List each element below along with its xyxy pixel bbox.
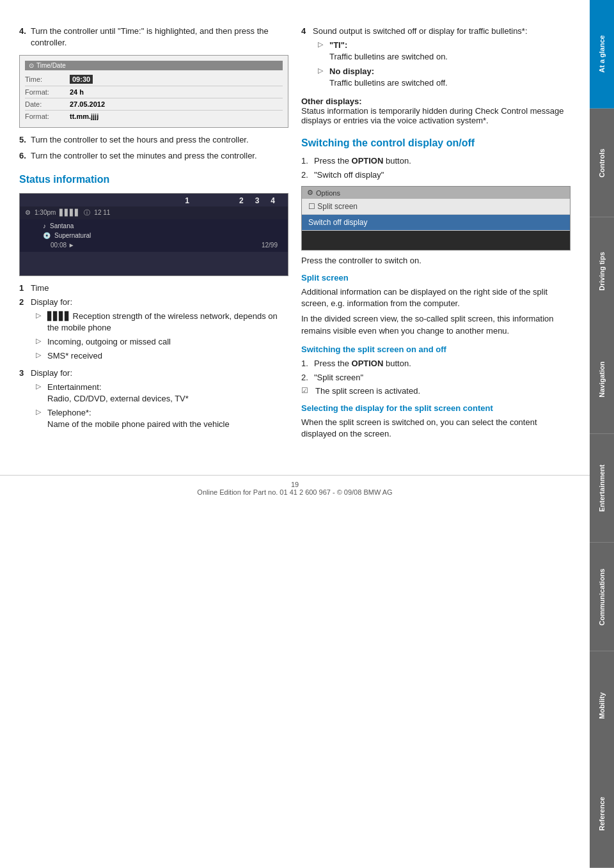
music-icon: ♪ [43,222,46,229]
num-2: 2 [239,196,244,205]
item2-num: 2 [19,297,28,365]
music-area: ♪ Santana 💿 Supernatural 00:08 ► 12/99 [20,219,288,252]
bullet-ti: ▷ "TI":Traffic bulletins are switched on… [313,40,528,63]
tab-controls[interactable]: Controls [590,109,614,217]
item3-content: Display for: ▷ Entertainment:Radio, CD/D… [31,368,230,433]
item1-num: 1 [19,283,28,294]
bullet-entertainment-text: Entertainment:Radio, CD/DVD, external de… [47,382,189,405]
left-column: 4. Turn the controller until "Time:" is … [19,26,288,443]
arrow-icon-4: ▷ [36,382,43,405]
main-content: 4. Turn the controller until "Time:" is … [0,0,590,462]
options-screen-bottom [302,231,570,250]
bullet-no-display: ▷ No display:Traffic bulletins are switc… [313,66,528,89]
switching-split-steps: 1. Press the OPTION button. 2. "Split sc… [301,358,571,384]
bullet-sms-text: SMS* received [47,350,102,362]
item3-label: Display for: [31,368,72,378]
switching-split-heading: Switching the split screen on and off [301,345,571,354]
right-item4-bullets: ▷ "TI":Traffic bulletins are switched on… [313,40,528,89]
screen-row-date: Date: 27.05.2012 [25,98,283,111]
status-info-heading: Status information [19,173,288,187]
control-step1-num: 1. [301,155,310,167]
other-displays-section: Other displays: Status information is te… [301,97,571,125]
arrow-icon-no-display: ▷ [318,66,326,89]
cd-icon: 💿 [43,232,51,239]
footer-text: Online Edition for Part no. 01 41 2 600 … [197,488,392,496]
step4-num: 4. [19,26,28,49]
right-item4-text: Sound output is switched off or display … [313,26,528,36]
bullet-calls-text: Incoming, outgoing or missed call [47,336,171,348]
num-3: 3 [255,196,260,205]
page-number: 19 [291,481,299,488]
gear-icon: ⚙ [25,209,31,216]
control-step-2: 2. "Switch off display" [301,169,571,181]
tab-bar: At a glance Controls Driving tips Naviga… [590,0,614,868]
step6-text: Turn the controller to set the minutes a… [31,150,257,162]
right-item4-content: Sound output is switched off or display … [313,26,528,91]
clock-icon: ⊙ [29,62,34,69]
control-step2-num: 2. [301,169,310,181]
control-step2-text: "Switch off display" [314,169,384,181]
bullet-calls: ▷ Incoming, outgoing or missed call [31,336,288,348]
selecting-display-text: When the split screen is switched on, yo… [301,417,571,440]
status-screen: 1 2 3 4 ⚙ 1:30pm ▋▋▋▋ ⓘ 12 11 ♪ Santana [19,193,288,276]
tab-communications[interactable]: Communications [590,543,614,651]
press-controller-label: Press the controller to switch on. [301,256,421,265]
tab-driving-tips[interactable]: Driving tips [590,217,614,326]
options-item-split[interactable]: ☐ Split screen [302,199,570,215]
format2-value: tt.mm.jjjj [70,112,98,120]
arrow-icon-ti: ▷ [318,40,326,63]
bullet-entertainment: ▷ Entertainment:Radio, CD/DVD, external … [31,382,230,405]
options-item-switch-off[interactable]: Switch off display [302,215,570,231]
bullet-telephone-text: Telephone*:Name of the mobile phone pair… [47,407,230,430]
tab-mobility[interactable]: Mobility [590,651,614,760]
step5-num: 5. [19,134,28,146]
tab-reference[interactable]: Reference [590,759,614,868]
tab-at-a-glance[interactable]: At a glance [590,0,614,109]
screen-row-format2: Format: tt.mm.jjjj [25,111,283,122]
options-screen: ⚙ Options ☐ Split screen Switch off disp… [301,186,571,251]
right-column: 4 Sound output is switched off or displa… [301,26,571,443]
split-screen-text2: In the divided screen view, the so-calle… [301,313,571,336]
bullet-telephone: ▷ Telephone*:Name of the mobile phone pa… [31,407,230,430]
date-label: Date: [25,100,70,108]
checkmark-icon: ☑ [301,386,311,395]
step-5: 5. Turn the controller to set the hours … [19,134,288,146]
screen-row-format1: Format: 24 h [25,86,283,98]
format1-label: Format: [25,88,70,96]
page-footer: 19 Online Edition for Part no. 01 41 2 6… [0,475,590,501]
split-activated-line: ☑ The split screen is activated. [301,386,571,396]
item2-content: Display for: ▷ ▋▋▋▋ Reception strength o… [31,297,288,365]
time-value: 09:30 [70,75,93,84]
arrow-icon-3: ▷ [36,350,43,362]
tab-navigation[interactable]: Navigation [590,325,614,434]
control-step-1: 1. Press the OPTION button. [301,155,571,167]
screen-title: Time/Date [36,62,66,69]
bullet-sms: ▷ SMS* received [31,350,288,362]
item3-bullets: ▷ Entertainment:Radio, CD/DVD, external … [31,382,230,431]
split-step-2: 2. "Split screen" [301,372,571,384]
time-display: 1:30pm [35,209,56,216]
num-1: 1 [185,196,189,205]
status-info-row: ⚙ 1:30pm ▋▋▋▋ ⓘ 12 11 [20,206,288,219]
other-displays-text: Status information is temporarily hidden… [301,106,563,125]
item2-bullets: ▷ ▋▋▋▋ Reception strength of the wireles… [31,311,288,362]
album-name: 💿 Supernatural [33,231,283,240]
info-icon: ⓘ [84,208,90,217]
tab-entertainment[interactable]: Entertainment [590,434,614,543]
options-title-text: Options [316,189,340,197]
bullet-reception-text: ▋▋▋▋ Reception strength of the wireless … [47,311,288,334]
screen-row-time: Time: 09:30 [25,73,283,86]
song-name: ♪ Santana [33,221,283,231]
other-displays-label: Other displays: [301,97,362,106]
signal-icon: ▋▋▋▋ [59,209,80,216]
arrow-icon: ▷ [36,311,43,334]
status-item-2: 2 Display for: ▷ ▋▋▋▋ Reception strength… [19,297,288,365]
step-4: 4. Turn the controller until "Time:" is … [19,26,288,49]
bullet-ti-text: "TI":Traffic bulletins are switched on. [329,40,448,63]
split-step-1: 1. Press the OPTION button. [301,358,571,369]
split-step2-text: "Split screen" [314,372,363,384]
step-6: 6. Turn the controller to set the minute… [19,150,288,162]
status-item-3: 3 Display for: ▷ Entertainment:Radio, CD… [19,368,288,433]
selecting-display-heading: Selecting the display for the split scre… [301,403,571,413]
item2-label: Display for: [31,297,72,307]
